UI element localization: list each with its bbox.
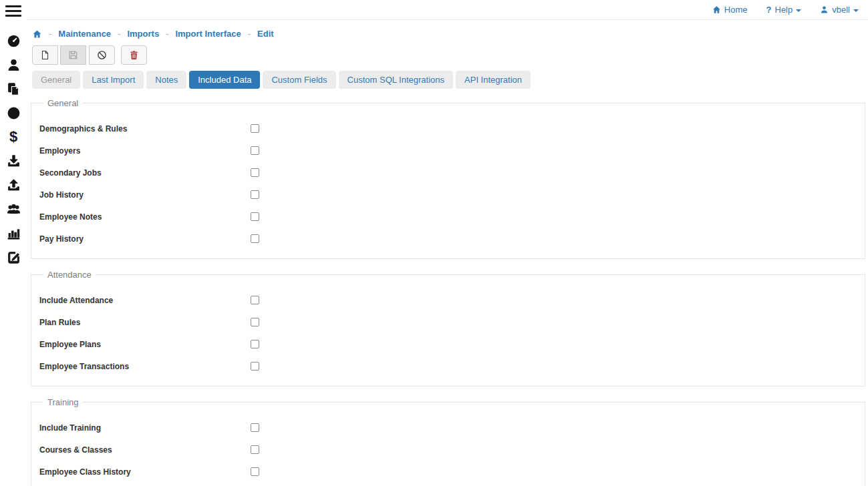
section-general: General Demographics & Rules Employers S… <box>31 98 865 259</box>
new-file-icon <box>40 50 50 60</box>
topbar-home-link[interactable]: Home <box>712 5 748 15</box>
question-icon: ? <box>766 5 772 15</box>
breadcrumb-separator: - <box>166 29 168 39</box>
breadcrumb-separator: - <box>49 29 51 39</box>
chevron-down-icon <box>796 9 801 12</box>
checkbox-employee-transactions[interactable] <box>251 362 259 371</box>
sidebar: $ <box>0 0 27 486</box>
sidebar-item-reports[interactable] <box>0 221 27 245</box>
field-row: Employee Notes <box>39 206 865 228</box>
checkbox-courses-classes[interactable] <box>251 445 259 454</box>
field-label: Include Training <box>39 423 251 433</box>
checkbox-include-training[interactable] <box>251 423 259 432</box>
field-row: Secondary Jobs <box>39 162 865 184</box>
field-label: Secondary Jobs <box>39 168 251 178</box>
checkbox-pay-history[interactable] <box>251 234 259 243</box>
field-label: Job History <box>39 190 251 200</box>
checkbox-plan-rules[interactable] <box>251 318 259 326</box>
delete-button[interactable] <box>121 45 147 65</box>
field-label: Include Attendance <box>39 296 251 305</box>
user-icon <box>820 5 829 14</box>
upload-icon <box>7 178 21 192</box>
tab-bar: General Last Import Notes Included Data … <box>32 71 865 89</box>
tab-general[interactable]: General <box>32 71 80 89</box>
new-record-button[interactable] <box>32 45 58 65</box>
field-label: Courses & Classes <box>39 445 251 455</box>
sidebar-item-employees[interactable] <box>0 53 27 77</box>
save-button[interactable] <box>60 45 86 65</box>
section-title: General <box>43 98 82 108</box>
breadcrumb: - Maintenance - Imports - Import Interfa… <box>32 29 865 39</box>
checkbox-employee-plans[interactable] <box>251 340 259 348</box>
sidebar-item-payroll[interactable]: $ <box>0 125 27 149</box>
ban-icon <box>97 50 107 60</box>
hamburger-icon <box>5 5 21 7</box>
field-row: Include Attendance <box>39 289 865 311</box>
sidebar-item-groups[interactable] <box>0 197 27 221</box>
field-row: Employers <box>39 140 865 162</box>
home-label: Home <box>724 5 748 15</box>
menu-toggle[interactable] <box>5 5 21 17</box>
download-icon <box>7 154 21 168</box>
breadcrumb-imports[interactable]: Imports <box>127 29 159 39</box>
edit-icon <box>7 250 21 264</box>
checkbox-employee-notes[interactable] <box>251 212 259 221</box>
breadcrumb-edit[interactable]: Edit <box>257 29 274 39</box>
username-label: vbell <box>832 5 850 15</box>
tab-last-import[interactable]: Last Import <box>83 71 144 89</box>
field-row: Employee Plans <box>39 333 865 355</box>
section-attendance: Attendance Include Attendance Plan Rules… <box>31 270 865 387</box>
field-label: Employee Class History <box>39 467 251 477</box>
breadcrumb-import-interface[interactable]: Import Interface <box>175 29 241 39</box>
sidebar-item-time[interactable] <box>0 101 27 125</box>
field-label: Demographics & Rules <box>39 124 251 134</box>
breadcrumb-home-link[interactable] <box>32 29 42 39</box>
sidebar-item-dashboard[interactable] <box>0 29 27 53</box>
chevron-down-icon <box>853 9 859 12</box>
checkbox-job-history[interactable] <box>251 190 259 199</box>
trash-icon <box>129 50 139 60</box>
dollar-icon: $ <box>9 130 17 144</box>
field-label: Employee Transactions <box>39 362 251 371</box>
checkbox-employers[interactable] <box>251 146 259 155</box>
checkbox-demographics-rules[interactable] <box>251 124 259 133</box>
section-title: Attendance <box>43 270 96 280</box>
topbar-user-menu[interactable]: vbell <box>820 5 859 15</box>
checkbox-include-attendance[interactable] <box>251 296 259 304</box>
clock-icon <box>7 106 21 120</box>
field-row: Employee Transactions <box>39 355 865 377</box>
sidebar-item-imports[interactable] <box>0 149 27 173</box>
copy-icon <box>7 82 21 96</box>
tab-notes[interactable]: Notes <box>146 71 186 89</box>
tab-custom-fields[interactable]: Custom Fields <box>263 71 335 89</box>
section-training: Training Include Training Courses & Clas… <box>31 397 865 486</box>
tab-custom-sql-integrations[interactable]: Custom SQL Integrations <box>339 71 453 89</box>
record-toolbar <box>32 45 865 65</box>
users-icon <box>7 202 21 216</box>
user-icon <box>7 58 21 72</box>
field-label: Pay History <box>39 234 251 244</box>
field-row: Plan Rules <box>39 311 865 333</box>
tab-api-integration[interactable]: API Integration <box>456 71 531 89</box>
breadcrumb-separator: - <box>248 29 251 39</box>
checkbox-secondary-jobs[interactable] <box>251 168 259 177</box>
field-label: Employee Plans <box>39 340 251 349</box>
breadcrumb-maintenance[interactable]: Maintenance <box>58 29 111 39</box>
topbar-help-menu[interactable]: ? Help <box>766 5 802 15</box>
help-label: Help <box>775 5 793 15</box>
home-icon <box>712 5 721 14</box>
sidebar-item-exports[interactable] <box>0 173 27 197</box>
home-icon <box>32 29 42 39</box>
field-row: Include Training <box>39 417 865 439</box>
sidebar-item-edit-forms[interactable] <box>0 245 27 269</box>
cancel-button[interactable] <box>89 45 115 65</box>
toolbar-button-group <box>32 45 115 65</box>
checkbox-employee-class-history[interactable] <box>251 467 259 476</box>
sidebar-item-documents[interactable] <box>0 77 27 101</box>
tab-included-data[interactable]: Included Data <box>189 71 260 89</box>
bar-chart-icon <box>7 226 21 240</box>
field-row: Courses & Classes <box>39 439 865 461</box>
field-label: Plan Rules <box>39 318 251 327</box>
topbar: Home ? Help vbell <box>27 0 868 20</box>
field-label: Employers <box>39 146 251 156</box>
